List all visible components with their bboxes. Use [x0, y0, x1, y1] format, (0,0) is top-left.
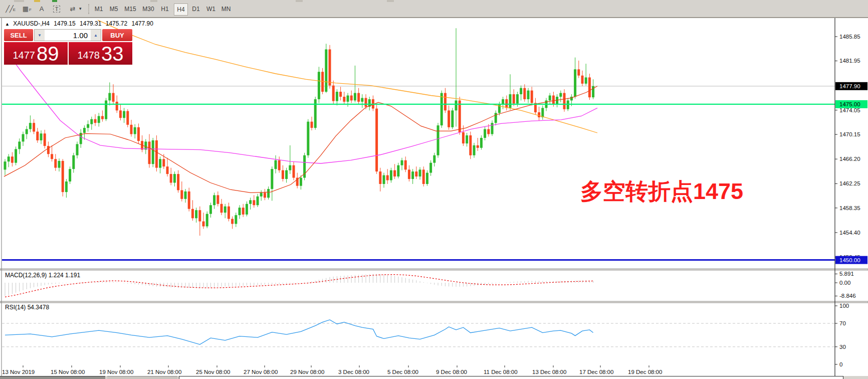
timeframe-button-m1[interactable]: M1	[93, 4, 105, 15]
symbol-timeframe-label: XAUUSD-,H4	[13, 20, 50, 27]
time-tick-label: 21 Nov 08:00	[147, 369, 181, 375]
buy-price-button[interactable]: 1478 33	[69, 42, 132, 65]
candle-body	[29, 123, 32, 129]
timeframe-button-m15[interactable]: M15	[123, 4, 138, 15]
candle-body	[581, 76, 584, 84]
sell-button[interactable]: SELL	[4, 29, 33, 41]
time-tick-label: 27 Nov 08:00	[244, 369, 278, 375]
candle-body	[585, 77, 587, 83]
candle-body	[282, 170, 284, 179]
text-tool[interactable]: A	[35, 3, 48, 15]
price-tick-label: 1466.20	[839, 156, 860, 162]
candle-body	[155, 140, 158, 168]
text-label-tool[interactable]: T	[50, 3, 63, 15]
candle-body	[224, 207, 227, 213]
arrows-dropdown-caret[interactable]: ▾	[79, 6, 82, 11]
candle-body	[365, 98, 367, 106]
equidistant-channel-tool[interactable]: ╱╱E	[3, 3, 16, 15]
candle-body	[444, 93, 447, 110]
candle-body	[33, 123, 35, 131]
candle-body	[246, 204, 248, 215]
timeframe-button-m5[interactable]: M5	[108, 4, 120, 15]
candle-body	[357, 93, 360, 101]
candle-body	[541, 108, 544, 117]
volume-input[interactable]	[45, 30, 91, 41]
candle-body	[108, 93, 111, 100]
buy-button[interactable]: BUY	[102, 29, 132, 41]
sell-price-button[interactable]: 1477 89	[4, 42, 68, 65]
timeframe-button-m30[interactable]: M30	[141, 4, 156, 15]
candle-body	[426, 173, 428, 184]
candle-body	[329, 49, 331, 85]
candle-body	[285, 170, 288, 179]
buy-price-pips: 33	[101, 44, 124, 64]
rsi-tick-label: 30	[839, 344, 846, 350]
candle-body	[188, 192, 190, 209]
candle-body	[202, 222, 205, 227]
candle-body	[173, 174, 176, 182]
candle-body	[513, 94, 515, 104]
candle-body	[549, 95, 551, 100]
fibonacci-retracement-tool[interactable]: ▦F	[19, 3, 32, 15]
candle-body	[72, 155, 75, 169]
time-tick-label: 17 Dec 08:00	[579, 369, 613, 375]
candle-body	[76, 144, 79, 155]
candle-body	[228, 207, 230, 219]
candle-body	[339, 92, 342, 97]
chart-text-annotation[interactable]: 多空转折点1475	[580, 176, 743, 207]
candle-body	[209, 205, 212, 214]
candle-body	[44, 133, 46, 146]
candle-body	[559, 93, 562, 96]
candle-body	[466, 135, 468, 143]
candle-body	[40, 133, 43, 140]
candle-body	[162, 159, 165, 166]
candle-body	[516, 94, 519, 104]
arrows-tool[interactable]: ⇄	[66, 3, 79, 15]
candle-body	[123, 111, 125, 118]
candle-body	[275, 160, 277, 169]
candle-body	[375, 109, 378, 172]
candle-body	[148, 141, 151, 164]
candle-body	[159, 159, 161, 167]
rsi-tick-label: 70	[839, 320, 846, 326]
candle-body	[137, 127, 140, 141]
timeframe-button-w1[interactable]: W1	[205, 4, 217, 15]
volume-increase-button[interactable]: ▲	[91, 30, 101, 41]
candle-body	[112, 93, 115, 101]
timeframe-button-d1[interactable]: D1	[190, 4, 202, 15]
sell-price-pips: 89	[37, 44, 59, 64]
candle-body	[318, 72, 320, 99]
timeframe-button-h1[interactable]: H1	[159, 4, 171, 15]
candle-body	[119, 110, 122, 118]
candle-body	[588, 77, 591, 97]
candle-body	[206, 214, 208, 227]
candle-body	[350, 95, 353, 100]
panel-splitter[interactable]	[0, 269, 868, 270]
time-tick-label: 19 Nov 08:00	[99, 369, 133, 375]
timeframe-button-mn[interactable]: MN	[220, 4, 232, 15]
candle-body	[116, 102, 118, 110]
panel-splitter[interactable]	[0, 301, 868, 303]
candle-body	[473, 145, 476, 155]
candle-body	[429, 163, 432, 173]
volume-decrease-button[interactable]: ▼	[35, 30, 45, 41]
candle-body	[8, 156, 10, 161]
candle-body	[411, 171, 414, 179]
line-studies-and-timeframe-toolbar: ╱╱E▦FAT⇄▾M1M5M15M30H1H4D1W1MN	[0, 2, 868, 18]
candle-body	[343, 97, 345, 102]
timeframe-button-h4[interactable]: H4	[174, 4, 188, 16]
macd-tick-label: 0.00	[839, 280, 850, 286]
candle-body	[69, 169, 71, 181]
collapse-panel-icon[interactable]: ▲	[5, 22, 10, 27]
candle-body	[11, 156, 14, 162]
candle-body	[401, 160, 403, 165]
toolbar-drag-handle[interactable]	[88, 4, 91, 14]
clipped-bottom-windows	[0, 376, 868, 379]
candle-body	[397, 165, 399, 176]
candle-body	[152, 140, 154, 164]
candle-body	[253, 200, 255, 205]
candle-body	[577, 69, 580, 75]
candle-body	[484, 129, 486, 138]
candle-body	[383, 175, 385, 184]
time-tick-label: 11 Dec 08:00	[484, 369, 518, 375]
